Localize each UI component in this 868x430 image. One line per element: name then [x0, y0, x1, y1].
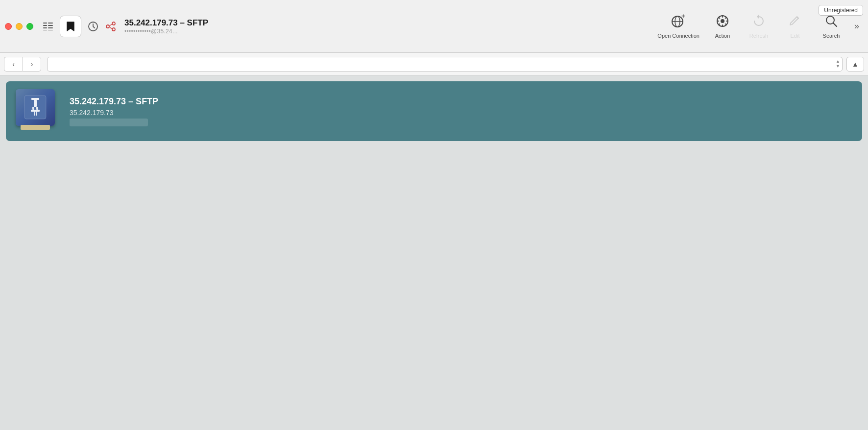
expand-button[interactable]: »: [850, 19, 863, 33]
content-area: 35.242.179.73 – SFTP 35.242.179.73: [0, 75, 868, 430]
open-connection-label: Open Connection: [657, 33, 699, 39]
svg-rect-29: [34, 112, 35, 116]
svg-line-13: [109, 27, 112, 29]
svg-line-12: [109, 24, 112, 26]
unregistered-badge: Unregistered: [819, 5, 863, 16]
svg-point-11: [112, 28, 115, 31]
connection-card[interactable]: 35.242.179.73 – SFTP 35.242.179.73: [6, 81, 862, 141]
svg-point-20: [826, 16, 834, 24]
svg-rect-24: [31, 98, 39, 100]
path-down-arrow[interactable]: ▼: [836, 64, 840, 69]
forward-button[interactable]: ›: [23, 57, 41, 72]
refresh-button[interactable]: Refresh: [742, 11, 776, 42]
svg-rect-25: [34, 100, 37, 107]
sync-button[interactable]: [102, 18, 120, 35]
svg-rect-6: [43, 30, 47, 30]
connection-subtitle: ••••••••••••@35.24...: [124, 28, 208, 35]
refresh-label: Refresh: [749, 33, 769, 39]
svg-line-21: [833, 23, 837, 26]
bookmark-button[interactable]: [60, 16, 81, 37]
edit-icon: [788, 14, 802, 31]
svg-rect-5: [48, 27, 53, 28]
svg-point-10: [112, 22, 115, 25]
nav-back-forward-group: ‹ ›: [4, 57, 41, 72]
svg-rect-30: [36, 112, 37, 116]
svg-rect-3: [48, 25, 53, 26]
server-icon-inner: [16, 89, 55, 126]
open-connection-button[interactable]: + Open Connection: [653, 11, 703, 42]
minimize-button[interactable]: [16, 23, 23, 30]
path-bar[interactable]: ▲ ▼: [47, 57, 843, 72]
maximize-button[interactable]: [26, 23, 33, 30]
path-arrows: ▲ ▼: [836, 59, 840, 69]
refresh-icon: [752, 14, 766, 31]
card-title: 35.242.179.73 – SFTP: [70, 96, 158, 107]
titlebar: 35.242.179.73 – SFTP ••••••••••••@35.24.…: [0, 0, 868, 53]
server-icon: [16, 89, 60, 133]
svg-point-19: [721, 19, 724, 23]
svg-rect-7: [48, 30, 53, 30]
action-button[interactable]: Action: [705, 11, 740, 42]
traffic-lights: [5, 23, 33, 30]
history-button[interactable]: [84, 18, 102, 35]
svg-rect-28: [31, 110, 40, 112]
sort-icon: ▲: [852, 60, 859, 68]
svg-point-9: [106, 25, 109, 28]
close-button[interactable]: [5, 23, 12, 30]
list-view-button[interactable]: [39, 18, 57, 35]
connection-main-title: 35.242.179.73 – SFTP: [124, 18, 208, 28]
open-connection-icon: +: [671, 14, 686, 31]
edit-button[interactable]: Edit: [778, 11, 812, 42]
card-info: 35.242.179.73 – SFTP 35.242.179.73: [70, 96, 158, 126]
svg-rect-4: [43, 27, 47, 28]
svg-rect-27: [36, 107, 38, 110]
edit-label: Edit: [791, 33, 800, 39]
svg-rect-0: [43, 23, 47, 24]
sftp-drive-icon: [23, 94, 48, 121]
svg-rect-1: [48, 23, 53, 24]
back-button[interactable]: ‹: [4, 57, 23, 72]
navbar: ‹ › ▲ ▼ ▲: [0, 53, 868, 75]
action-label: Action: [715, 33, 730, 39]
svg-text:+: +: [681, 14, 685, 20]
svg-rect-2: [43, 25, 47, 26]
search-icon: [824, 14, 838, 31]
action-icon: [716, 14, 729, 31]
card-user: [70, 119, 148, 126]
card-ip: 35.242.179.73: [70, 109, 158, 117]
path-up-arrow[interactable]: ▲: [836, 59, 840, 64]
svg-rect-26: [32, 107, 34, 110]
sort-button[interactable]: ▲: [846, 57, 864, 72]
search-label: Search: [823, 33, 840, 39]
connection-info: 35.242.179.73 – SFTP ••••••••••••@35.24.…: [124, 18, 208, 35]
